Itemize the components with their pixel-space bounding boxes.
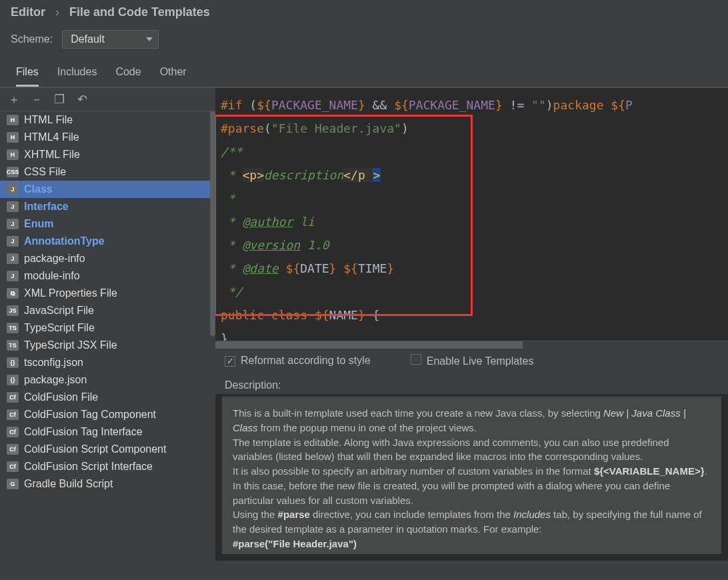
- undo-icon[interactable]: ↶: [76, 93, 88, 105]
- copy-icon[interactable]: ❐: [53, 93, 65, 105]
- list-item-label: ColdFusion Script Interface: [24, 461, 153, 473]
- list-item[interactable]: JEnum: [0, 215, 215, 233]
- checkbox-checked-icon: [225, 356, 235, 367]
- list-item[interactable]: Jmodule-info: [0, 267, 215, 285]
- file-type-icon: JS: [7, 305, 19, 316]
- file-type-icon: {}: [7, 357, 19, 368]
- list-item[interactable]: HHTML4 File: [0, 129, 215, 146]
- h-scrollbar[interactable]: [215, 341, 728, 349]
- template-editor[interactable]: #if (${PACKAGE_NAME} && ${PACKAGE_NAME} …: [215, 87, 728, 341]
- list-item-label: AnnotationType: [24, 235, 105, 247]
- description-box: This is a built-in template used each ti…: [222, 397, 721, 554]
- list-item-label: ColdFusion File: [24, 391, 98, 403]
- list-item[interactable]: CfColdFusion Script Interface: [0, 458, 215, 475]
- breadcrumb: Editor › File and Code Templates: [0, 0, 728, 26]
- reformat-checkbox[interactable]: Reformat according to style: [225, 355, 371, 367]
- scheme-select[interactable]: Default: [62, 30, 159, 49]
- list-item-label: package-info: [24, 253, 85, 265]
- file-type-icon: J: [7, 236, 19, 247]
- chevron-right-icon: ›: [55, 5, 59, 19]
- list-item-label: HTML File: [24, 114, 73, 126]
- list-item[interactable]: CfColdFusion Script Component: [0, 441, 215, 458]
- list-item[interactable]: JSJavaScript File: [0, 302, 215, 319]
- list-item-label: Gradle Build Script: [24, 478, 113, 490]
- list-item-label: HTML4 File: [24, 131, 79, 143]
- file-type-icon: TS: [7, 323, 19, 333]
- list-item[interactable]: HXHTML File: [0, 146, 215, 163]
- file-type-icon: Cf: [7, 392, 19, 403]
- list-item[interactable]: JClass: [0, 181, 215, 198]
- list-item-label: ColdFusion Script Component: [24, 443, 166, 455]
- list-item[interactable]: JInterface: [0, 198, 215, 215]
- list-item-label: Class: [24, 183, 53, 195]
- breadcrumb-current: File and Code Templates: [69, 5, 210, 19]
- tab-includes[interactable]: Includes: [57, 61, 97, 87]
- template-toolbar: ＋ － ❐ ↶: [0, 87, 215, 111]
- list-item-label: XML Properties File: [24, 287, 117, 299]
- file-type-icon: J: [7, 219, 19, 229]
- file-type-icon: Cf: [7, 427, 19, 437]
- tab-code[interactable]: Code: [115, 61, 141, 87]
- list-item-label: XHTML File: [24, 149, 80, 161]
- list-item-label: package.json: [24, 374, 87, 386]
- list-item[interactable]: {}tsconfig.json: [0, 354, 215, 371]
- list-item-label: Enum: [24, 218, 53, 230]
- list-item[interactable]: CfColdFusion File: [0, 389, 215, 406]
- list-item[interactable]: TSTypeScript File: [0, 319, 215, 337]
- file-type-icon: TS: [7, 340, 19, 351]
- list-item-label: JavaScript File: [24, 305, 94, 317]
- list-item-label: Interface: [24, 201, 69, 213]
- file-type-icon: {}: [7, 375, 19, 385]
- list-item-label: ColdFusion Tag Interface: [24, 426, 143, 438]
- breadcrumb-parent[interactable]: Editor: [11, 5, 45, 19]
- tab-other[interactable]: Other: [160, 61, 187, 87]
- file-type-icon: H: [7, 149, 19, 160]
- list-item[interactable]: CSSCSS File: [0, 163, 215, 181]
- file-type-icon: J: [7, 201, 19, 212]
- list-item-label: module-info: [24, 270, 80, 282]
- description-label: Description:: [215, 373, 728, 394]
- list-item[interactable]: TSTypeScript JSX File: [0, 337, 215, 354]
- list-item-label: ColdFusion Tag Component: [24, 409, 156, 421]
- list-item[interactable]: CfColdFusion Tag Interface: [0, 423, 215, 441]
- list-item[interactable]: Jpackage-info: [0, 250, 215, 267]
- file-type-icon: Cf: [7, 409, 19, 420]
- file-type-icon: J: [7, 184, 19, 195]
- remove-icon[interactable]: －: [31, 93, 43, 105]
- list-item[interactable]: CfColdFusion Tag Component: [0, 406, 215, 423]
- file-type-icon: H: [7, 115, 19, 125]
- tab-files[interactable]: Files: [16, 61, 39, 87]
- scheme-value: Default: [71, 33, 105, 45]
- file-type-icon: H: [7, 132, 19, 143]
- list-item-label: TypeScript File: [24, 322, 95, 334]
- template-list: HHTML FileHHTML4 FileHXHTML FileCSSCSS F…: [0, 111, 215, 561]
- list-item[interactable]: GGradle Build Script: [0, 475, 215, 493]
- file-type-icon: J: [7, 271, 19, 281]
- list-item-label: tsconfig.json: [24, 357, 83, 369]
- file-type-icon: G: [7, 479, 19, 489]
- tabs: Files Includes Code Other: [0, 61, 728, 87]
- file-type-icon: Cf: [7, 461, 19, 472]
- list-item[interactable]: ⧉XML Properties File: [0, 285, 215, 302]
- add-icon[interactable]: ＋: [8, 93, 20, 105]
- checkbox-icon: [411, 354, 421, 365]
- scrollbar[interactable]: [210, 111, 215, 336]
- list-item-label: TypeScript JSX File: [24, 339, 117, 351]
- file-type-icon: CSS: [7, 167, 19, 177]
- list-item[interactable]: JAnnotationType: [0, 233, 215, 250]
- list-item[interactable]: HHTML File: [0, 111, 215, 129]
- chevron-down-icon: [146, 37, 153, 41]
- live-templates-checkbox[interactable]: Enable Live Templates: [411, 354, 534, 367]
- list-item-label: CSS File: [24, 166, 66, 178]
- file-type-icon: J: [7, 253, 19, 264]
- file-type-icon: Cf: [7, 444, 19, 455]
- scheme-label: Scheme:: [11, 33, 53, 45]
- list-item[interactable]: {}package.json: [0, 371, 215, 389]
- file-type-icon: ⧉: [7, 288, 19, 299]
